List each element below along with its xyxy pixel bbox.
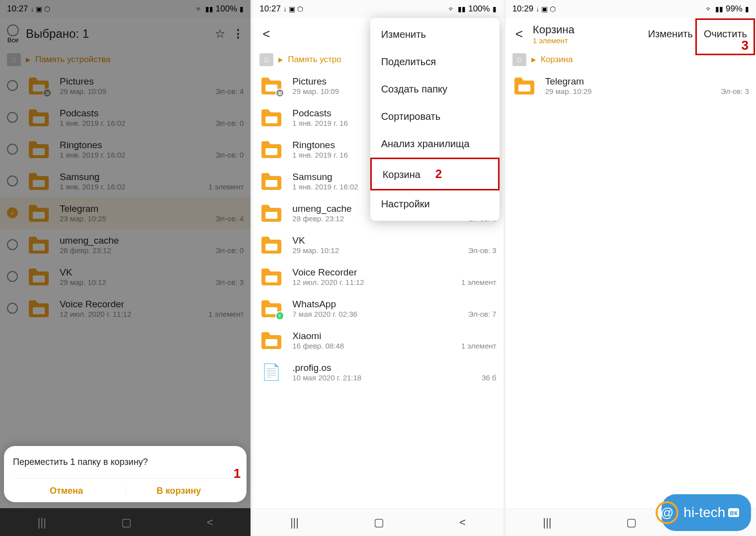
move-to-trash-button[interactable]: В корзину [157, 486, 201, 496]
more-menu-icon[interactable]: ⋮ [233, 27, 244, 40]
menu-item-настройки[interactable]: Настройки [370, 190, 500, 218]
row-checkbox[interactable] [7, 176, 18, 186]
recents-nav-icon[interactable]: ||| [38, 516, 46, 529]
nav-bar: ||| ▢ < [0, 508, 251, 536]
battery-icon: ▮ [240, 5, 244, 13]
file-name: Telegram [60, 203, 244, 214]
list-item[interactable]: 📄 .profig.os 10 мая 2020 г. 21:18 36 б [252, 356, 503, 388]
annotation-1: 1 [234, 466, 241, 481]
breadcrumb-path[interactable]: Корзина [541, 55, 573, 65]
row-checkbox[interactable] [7, 303, 18, 314]
file-count: Эл-ов: 0 [215, 151, 244, 159]
vk-badge: вк [728, 508, 739, 517]
watermark-logo-icon: @ [656, 501, 678, 524]
breadcrumb-path[interactable]: Память устро [288, 55, 341, 65]
svg-rect-4 [33, 212, 45, 219]
status-time: 10:27 [7, 4, 28, 14]
list-item[interactable]: Voice Recorder 12 июл. 2020 г. 11:12 1 э… [252, 261, 503, 292]
menu-item-создать-папку[interactable]: Создать папку [370, 76, 500, 103]
folder-icon: ✆ [259, 297, 283, 319]
breadcrumb[interactable]: ⌂ ▶ Корзина [505, 50, 756, 70]
home-nav-icon[interactable]: ▢ [374, 516, 384, 529]
signal-icon: ▮▮ [715, 5, 723, 13]
folder-icon [512, 75, 536, 96]
menu-item-поделиться[interactable]: Поделиться [370, 48, 500, 76]
row-checkbox[interactable] [7, 144, 18, 155]
home-nav-icon[interactable]: ▢ [626, 516, 637, 529]
document-icon: 📄 [259, 361, 283, 383]
select-all-toggle[interactable]: Все [7, 24, 19, 44]
breadcrumb[interactable]: ⌂ ▶ Память устройства [0, 50, 251, 70]
select-all-checkbox[interactable] [7, 24, 19, 36]
move-to-trash-dialog: Переместить 1 папку в корзину? Отмена В … [4, 446, 247, 502]
item-count: 1 элемент [533, 36, 639, 45]
file-name: WhatsApp [292, 299, 496, 310]
list-item[interactable]: VK 29 мар. 10:12 Эл-ов: 3 [252, 229, 503, 261]
edit-button[interactable]: Изменить [646, 25, 695, 43]
svg-rect-10 [265, 148, 277, 155]
menu-item-изменить[interactable]: Изменить [370, 21, 500, 48]
svg-rect-2 [33, 148, 45, 155]
home-icon[interactable]: ⌂ [259, 53, 273, 66]
menu-item-сортировать[interactable]: Сортировать [370, 103, 500, 130]
battery-icon: ▮ [745, 5, 749, 13]
list-item[interactable]: VK 29 мар. 10:12 Эл-ов: 3 [0, 261, 251, 292]
file-count: 1 элемент [209, 182, 244, 191]
file-date: 1 янв. 2019 г. 16:02 [60, 119, 125, 127]
file-date: 1 янв. 2019 г. 16 [292, 119, 347, 127]
list-item[interactable]: Xiaomi 16 февр. 08:48 1 элемент [252, 324, 503, 356]
list-item[interactable]: Voice Recorder 12 июл. 2020 г. 11:12 1 э… [0, 292, 251, 324]
file-count: Эл-ов: 0 [215, 246, 244, 255]
list-item[interactable]: umeng_cache 28 февр. 23:12 Эл-ов: 0 [0, 229, 251, 261]
back-nav-icon[interactable]: < [207, 516, 213, 529]
file-list[interactable]: ▦ Pictures 29 мар. 10:09 Эл-ов: 4 Podcas… [0, 70, 251, 508]
file-date: 29 мар. 10:29 [545, 87, 592, 95]
list-item[interactable]: ✆ WhatsApp 7 мая 2020 г. 02:36 Эл-ов: 7 [252, 292, 503, 324]
breadcrumb-path[interactable]: Память устройства [35, 55, 111, 65]
file-date: 12 июл. 2020 г. 11:12 [60, 310, 131, 318]
list-item[interactable]: Podcasts 1 янв. 2019 г. 16:02 Эл-ов: 0 [0, 101, 251, 133]
file-date: 10 мая 2020 г. 21:18 [292, 373, 361, 382]
row-checkbox[interactable] [7, 112, 18, 123]
list-item[interactable]: ▦ Pictures 29 мар. 10:09 Эл-ов: 4 [0, 70, 251, 101]
status-bar: 10:27 ↓ ▣ ⬡ ᯤ ▮▮ 100% ▮ [0, 0, 251, 18]
favorite-icon[interactable]: ☆ [215, 27, 226, 41]
home-icon[interactable]: ⌂ [7, 53, 21, 66]
folder-icon [27, 138, 51, 160]
file-list[interactable]: Telegram 29 мар. 10:29 Эл-ов: 3 [505, 70, 756, 508]
file-count: Эл-ов: 3 [215, 278, 244, 286]
menu-item-корзина[interactable]: Корзина2 [370, 158, 500, 190]
row-checkbox[interactable] [7, 239, 18, 250]
status-time: 10:27 [259, 4, 281, 14]
list-item[interactable]: Ringtones 1 янв. 2019 г. 16:02 Эл-ов: 0 [0, 133, 251, 165]
list-item[interactable]: Samsung 1 янв. 2019 г. 16:02 1 элемент [0, 165, 251, 197]
clear-button[interactable]: Очистить [702, 25, 749, 43]
cancel-button[interactable]: Отмена [50, 486, 83, 496]
row-checkbox[interactable] [7, 271, 18, 282]
home-icon[interactable]: ⌂ [512, 53, 526, 66]
home-nav-icon[interactable]: ▢ [121, 516, 132, 529]
folder-icon [259, 234, 283, 256]
list-item[interactable]: Telegram 29 мар. 10:29 Эл-ов: 3 [505, 70, 756, 101]
recents-nav-icon[interactable]: ||| [290, 516, 299, 529]
file-count: 36 б [482, 373, 496, 382]
back-icon[interactable]: < [512, 26, 526, 42]
screen-1-selection-mode: 10:27 ↓ ▣ ⬡ ᯤ ▮▮ 100% ▮ Все Выбрано: 1 ☆… [0, 0, 251, 536]
row-checkbox[interactable] [7, 80, 18, 91]
folder-icon [27, 266, 51, 287]
chevron-right-icon: ▶ [531, 56, 536, 63]
wifi-icon: ᯤ [448, 5, 455, 13]
folder-icon [259, 329, 283, 351]
row-checkbox[interactable]: ✓ [7, 207, 18, 218]
folder-icon [27, 106, 51, 128]
file-date: 29 мар. 10:09 [292, 87, 339, 95]
recents-nav-icon[interactable]: ||| [543, 516, 551, 529]
list-item[interactable]: ✓ Telegram 23 мар. 10:25 Эл-ов: 4 [0, 197, 251, 229]
dialog-title: Переместить 1 папку в корзину? [13, 457, 238, 467]
menu-item-анализ-хранилища[interactable]: Анализ хранилища [370, 130, 500, 158]
status-bar: 10:27 ↓ ▣ ⬡ ᯤ ▮▮ 100% ▮ [252, 0, 503, 18]
back-nav-icon[interactable]: < [459, 516, 466, 529]
folder-icon [259, 170, 283, 192]
battery-pct: 100% [468, 4, 490, 14]
back-icon[interactable]: < [259, 26, 273, 42]
